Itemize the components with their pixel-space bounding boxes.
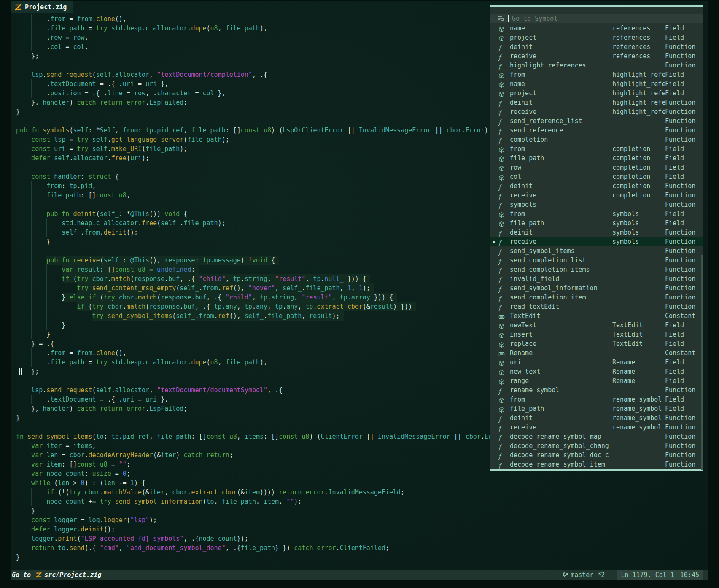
code-line[interactable] (16, 423, 490, 432)
code-line[interactable]: var node_count: usize = 0; (16, 469, 490, 478)
symbol-list-item[interactable]: ƒsend_symbol_itemsFunction (490, 246, 703, 256)
code-line[interactable]: .row = row, (16, 33, 490, 42)
code-line[interactable] (16, 246, 490, 256)
code-line[interactable]: lsp.send_request(self.allocator, "textDo… (16, 386, 490, 395)
code-line[interactable]: const handler: struct { (16, 172, 490, 181)
code-line[interactable] (16, 163, 490, 172)
code-line[interactable]: pub fn deinit(self_: *@This()) void { (16, 209, 490, 218)
code-line[interactable]: node_count += try send_symbol_informatio… (16, 497, 490, 506)
symbol-list-item[interactable]: ƒrename_symbolFunction (490, 386, 703, 395)
symbol-list-item[interactable]: ▶ƒreceivesymbolsFunction (490, 237, 703, 246)
code-line[interactable]: defer self.allocator.free(uri); (16, 154, 490, 163)
status-branch[interactable]: master *2 (571, 571, 605, 579)
symbol-list-item[interactable]: ƒsend_referenceFunction (490, 126, 703, 135)
symbol-list-item[interactable]: ƒsend_completion_itemFunction (490, 293, 703, 302)
symbol-list-item[interactable]: fromsymbolsField (490, 209, 703, 218)
symbol-list-item[interactable]: ƒreceivecompletionFunction (490, 191, 703, 200)
symbol-list-item[interactable]: ƒsend_reference_listFunction (490, 116, 703, 126)
code-line[interactable]: return to.send(.{ "cmd", "add_document_s… (16, 543, 490, 553)
symbol-list-item[interactable]: rowcompletionField (490, 163, 703, 172)
code-line[interactable]: from: tp.pid, (16, 181, 490, 191)
tab-project-zig[interactable]: Project.zig (11, 1, 73, 13)
code-line[interactable]: const logger = log.logger("lsp"); (16, 515, 490, 525)
panel-scrollbar[interactable] (701, 255, 703, 470)
symbol-list-item[interactable]: file_pathcompletionField (490, 154, 703, 163)
symbol-list-item[interactable]: TextEditConstant (490, 311, 703, 321)
code-line[interactable]: .from = from.clone(), (16, 348, 490, 358)
symbol-list-item[interactable]: fromrename_symbolField (490, 395, 703, 404)
code-line[interactable]: while (len > 0) : (len -= 1) { (16, 478, 490, 488)
symbol-list-item[interactable]: uriRenameField (490, 358, 703, 367)
symbol-list-item[interactable]: insertTextEditField (490, 330, 703, 339)
status-cursor-position[interactable]: Ln 1179, Col 1 (621, 571, 674, 579)
code-line[interactable]: } (16, 321, 490, 330)
symbol-list-item[interactable]: ƒhighlight_referencesFunction (490, 61, 703, 70)
symbol-list-item[interactable]: ƒsend_symbol_informationFunction (490, 283, 703, 293)
symbol-search-input[interactable]: Go to Symbol (490, 14, 703, 23)
symbol-list-item[interactable]: ƒdeinitcompletionFunction (490, 181, 703, 191)
code-line[interactable]: } else if (try cbor.match(response.buf, … (16, 293, 490, 302)
code-line[interactable]: logger.print("LSP accounted {d} symbols"… (16, 534, 490, 543)
code-line[interactable]: } (16, 413, 490, 423)
code-line[interactable]: .file_path = try std.heap.c_allocator.du… (16, 358, 490, 367)
code-line[interactable]: if (!(try cbor.matchValue(&iter, cbor.ex… (16, 488, 490, 497)
code-line[interactable]: .col = col, (16, 42, 490, 51)
code-line[interactable]: pub fn receive(self_: @This(), response:… (16, 256, 490, 265)
code-line[interactable]: } = .{ (16, 339, 490, 348)
code-line[interactable]: } (16, 237, 490, 246)
code-line[interactable]: } (16, 330, 490, 339)
symbol-list-item[interactable]: namehighlight_refeField (490, 79, 703, 89)
code-line[interactable]: if (try cbor.match(response.buf, .{ "chi… (16, 274, 490, 283)
code-line[interactable] (16, 61, 490, 70)
code-line[interactable]: } (16, 553, 490, 562)
symbol-list-item[interactable]: ƒdeinithighlight_refeFunction (490, 98, 703, 107)
code-line[interactable]: const lsp = try self.get_language_server… (16, 135, 490, 144)
code-line[interactable]: }, handler) catch return error.LspFailed… (16, 404, 490, 413)
symbol-list-item[interactable]: ƒinvalid_fieldFunction (490, 274, 703, 283)
symbol-list-item[interactable]: fromhighlight_refeField (490, 70, 703, 79)
symbol-list-item[interactable]: file_pathrename_symbolField (490, 404, 703, 413)
symbol-list-item[interactable]: ƒreceivehighlight_refeFunction (490, 107, 703, 116)
code-line[interactable]: }, handler) catch return error.LspFailed… (16, 98, 490, 107)
code-line[interactable]: .position = .{ .line = row, .character =… (16, 89, 490, 98)
code-line[interactable]: pub fn symbols(self: *Self, from: tp.pid… (16, 126, 490, 135)
symbol-list-item[interactable]: ƒsend_completion_listFunction (490, 256, 703, 265)
code-line[interactable]: .file_path = try std.heap.c_allocator.du… (16, 24, 490, 33)
symbol-list-item[interactable]: projectreferencesField (490, 33, 703, 42)
symbol-list-item[interactable]: new_textRenameField (490, 367, 703, 376)
code-line[interactable]: std.heap.c_allocator.free(self_.file_pat… (16, 218, 490, 228)
code-line[interactable]: .from = from.clone(), (16, 14, 490, 24)
code-line[interactable]: try send_content_msg_empty(self_.from.re… (16, 283, 490, 293)
code-editor[interactable]: .from = from.clone(),.file_path = try st… (11, 13, 490, 566)
symbol-list-item[interactable]: ƒread_textEditFunction (490, 302, 703, 311)
code-line[interactable] (16, 200, 490, 209)
code-line[interactable]: .textDocument = .{ .uri = uri }, (16, 79, 490, 89)
code-line[interactable]: if (try cbor.match(response.buf, .{ tp.a… (16, 302, 490, 311)
symbol-list-item[interactable]: ƒreceiverename_symbolFunction (490, 423, 703, 432)
symbol-list-item[interactable]: ƒdecode_rename_symbol_itemFunction (490, 460, 703, 469)
code-line[interactable]: var len = cbor.decodeArrayHeader(&iter) … (16, 450, 490, 460)
symbol-list-item[interactable]: projecthighlight_refeField (490, 89, 703, 98)
code-line[interactable]: var iter = items; (16, 441, 490, 450)
symbol-list-item[interactable]: ƒsend_completion_itemsFunction (490, 265, 703, 274)
code-line[interactable] (16, 116, 490, 126)
symbol-list-item[interactable]: file_pathsymbolsField (490, 218, 703, 228)
symbol-list-item[interactable]: ƒsymbolsFunction (490, 200, 703, 209)
symbol-list-item[interactable]: ƒdeinitrename_symbolFunction (490, 413, 703, 423)
symbol-list-item[interactable]: rangeRenameField (490, 376, 703, 386)
symbol-list-item[interactable]: RenameConstant (490, 348, 703, 358)
symbol-list-item[interactable]: ƒdecode_rename_symbol_mapFunction (490, 432, 703, 441)
symbol-list-item[interactable]: colcompletionField (490, 172, 703, 181)
symbol-list-item[interactable]: newTextTextEditField (490, 321, 703, 330)
symbol-list-item[interactable]: ƒdeinitsymbolsFunction (490, 228, 703, 237)
code-line[interactable]: var item: []const u8 = ""; (16, 460, 490, 469)
code-line[interactable]: } (16, 107, 490, 116)
code-line[interactable]: defer logger.deinit(); (16, 525, 490, 534)
code-line[interactable]: lsp.send_request(self.allocator, "textDo… (16, 70, 490, 79)
code-line[interactable] (16, 376, 490, 386)
code-line[interactable]: file_path: []const u8, (16, 191, 490, 200)
code-line[interactable]: const uri = try self.make_URI(file_path)… (16, 144, 490, 154)
code-line[interactable]: .textDocument = .{ .uri = uri }, (16, 395, 490, 404)
code-line[interactable]: } (16, 506, 490, 515)
code-line[interactable]: fn send_symbol_items(to: tp.pid_ref, fil… (16, 432, 490, 441)
